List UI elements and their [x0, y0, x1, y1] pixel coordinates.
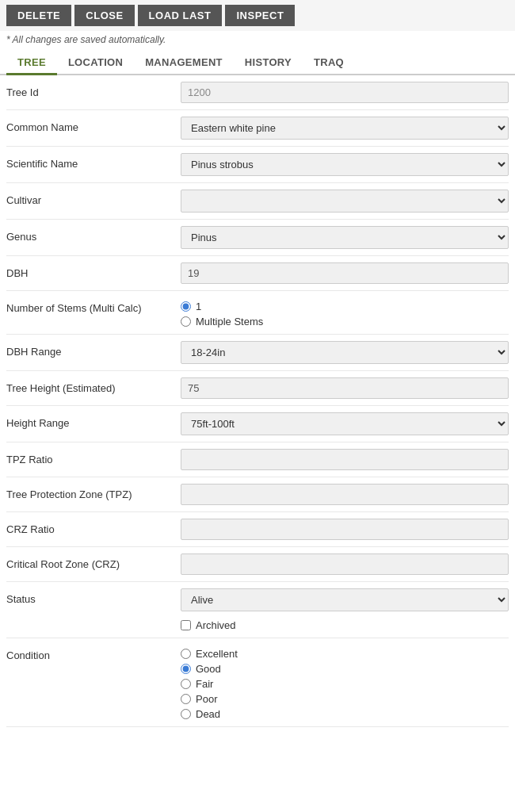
tree-height-control [181, 377, 509, 399]
tree-id-control [181, 82, 509, 103]
condition-excellent-radio[interactable] [181, 649, 191, 659]
scientific-name-label: Scientific Name [6, 153, 181, 170]
common-name-label: Common Name [6, 117, 181, 133]
dbh-range-row: DBH Range 18-24in 0-3in 3-6in 6-12in 12-… [6, 335, 509, 371]
dbh-range-control: 18-24in 0-3in 3-6in 6-12in 12-18in 24-30… [181, 341, 509, 364]
condition-dead-item[interactable]: Dead [181, 708, 509, 720]
tab-management[interactable]: MANAGEMENT [134, 50, 234, 75]
condition-excellent-label: Excellent [196, 648, 238, 660]
stems-1-radio[interactable] [181, 301, 191, 312]
num-stems-control: 1 Multiple Stems [181, 297, 509, 327]
condition-label: Condition [6, 645, 181, 661]
status-label: Status [6, 588, 181, 605]
tpz-row: Tree Protection Zone (TPZ) [6, 477, 509, 512]
genus-row: Genus Pinus Quercus Acer [6, 220, 509, 256]
tree-id-label: Tree Id [6, 82, 181, 98]
tpz-label: Tree Protection Zone (TPZ) [6, 484, 181, 500]
tpz-input[interactable] [181, 484, 509, 505]
tree-id-input[interactable] [181, 82, 509, 103]
num-stems-label: Number of Stems (Multi Calc) [6, 297, 181, 314]
condition-excellent-item[interactable]: Excellent [181, 648, 509, 660]
toolbar: DELETE CLOSE LOAD LAST INSPECT [0, 0, 515, 31]
autosave-note: * All changes are saved automatically. [0, 31, 515, 47]
tpz-ratio-input[interactable] [181, 449, 509, 470]
form-area: Tree Id Common Name Eastern white pine R… [0, 75, 515, 727]
tab-history[interactable]: HISTORY [234, 50, 303, 75]
height-range-control: 75ft-100ft 0-15ft 15-25ft 25-50ft 50-75f… [181, 412, 509, 435]
tree-id-row: Tree Id [6, 75, 509, 110]
common-name-row: Common Name Eastern white pine Red pine … [6, 110, 509, 147]
dbh-input[interactable] [181, 262, 509, 284]
tab-traq[interactable]: TRAQ [303, 50, 355, 75]
scientific-name-control: Pinus strobus Pinus resinosa Quercus alb… [181, 153, 509, 176]
dbh-control [181, 262, 509, 284]
condition-row: Condition Excellent Good Fair Poor [6, 638, 509, 727]
condition-dead-label: Dead [196, 708, 220, 720]
tree-height-input[interactable] [181, 377, 509, 399]
condition-dead-radio[interactable] [181, 709, 191, 719]
crz-label: Critical Root Zone (CRZ) [6, 553, 181, 570]
crz-control [181, 553, 509, 575]
archived-item[interactable]: Archived [181, 616, 509, 631]
height-range-row: Height Range 75ft-100ft 0-15ft 15-25ft 2… [6, 406, 509, 442]
archived-label: Archived [196, 619, 236, 631]
dbh-label: DBH [6, 262, 181, 279]
delete-button[interactable]: DELETE [6, 5, 71, 26]
stems-multiple-radio[interactable] [181, 316, 191, 327]
condition-fair-label: Fair [196, 678, 213, 690]
dbh-row: DBH [6, 256, 509, 291]
crz-ratio-input[interactable] [181, 519, 509, 540]
condition-poor-radio[interactable] [181, 694, 191, 704]
status-select[interactable]: Alive Dead Removed Stump [181, 588, 509, 611]
load-last-button[interactable]: LOAD LAST [138, 5, 223, 26]
stems-1-item[interactable]: 1 [181, 301, 509, 312]
tab-tree[interactable]: TREE [6, 50, 57, 75]
condition-radio-group: Excellent Good Fair Poor Dead [181, 645, 509, 720]
height-range-label: Height Range [6, 412, 181, 429]
condition-good-item[interactable]: Good [181, 663, 509, 675]
dbh-range-select[interactable]: 18-24in 0-3in 3-6in 6-12in 12-18in 24-30… [181, 341, 509, 364]
tpz-ratio-control [181, 449, 509, 470]
status-row: Status Alive Dead Removed Stump Archived [6, 582, 509, 638]
stems-multiple-label: Multiple Stems [196, 316, 263, 327]
condition-fair-item[interactable]: Fair [181, 678, 509, 690]
cultivar-control: Option 1 [181, 190, 509, 213]
condition-fair-radio[interactable] [181, 679, 191, 689]
crz-ratio-control [181, 519, 509, 540]
inspect-button[interactable]: INSPECT [225, 5, 295, 26]
cultivar-row: Cultivar Option 1 [6, 183, 509, 220]
condition-poor-label: Poor [196, 693, 217, 705]
genus-control: Pinus Quercus Acer [181, 226, 509, 249]
crz-ratio-row: CRZ Ratio [6, 512, 509, 547]
stems-multiple-item[interactable]: Multiple Stems [181, 316, 509, 327]
cultivar-label: Cultivar [6, 190, 181, 206]
tree-height-label: Tree Height (Estimated) [6, 377, 181, 394]
scientific-name-row: Scientific Name Pinus strobus Pinus resi… [6, 147, 509, 183]
close-button[interactable]: CLOSE [74, 5, 134, 26]
cultivar-select[interactable]: Option 1 [181, 190, 509, 213]
tree-height-row: Tree Height (Estimated) [6, 371, 509, 406]
common-name-control: Eastern white pine Red pine White oak Su… [181, 117, 509, 140]
status-control: Alive Dead Removed Stump Archived [181, 588, 509, 631]
common-name-select[interactable]: Eastern white pine Red pine White oak Su… [181, 117, 509, 140]
tab-bar: TREE LOCATION MANAGEMENT HISTORY TRAQ [0, 50, 515, 75]
genus-label: Genus [6, 226, 181, 243]
crz-row: Critical Root Zone (CRZ) [6, 547, 509, 582]
crz-input[interactable] [181, 553, 509, 575]
condition-poor-item[interactable]: Poor [181, 693, 509, 705]
stems-1-label: 1 [196, 301, 201, 312]
tpz-control [181, 484, 509, 505]
scientific-name-select[interactable]: Pinus strobus Pinus resinosa Quercus alb… [181, 153, 509, 176]
height-range-select[interactable]: 75ft-100ft 0-15ft 15-25ft 25-50ft 50-75f… [181, 412, 509, 435]
dbh-range-label: DBH Range [6, 341, 181, 358]
condition-control: Excellent Good Fair Poor Dead [181, 645, 509, 720]
condition-good-radio[interactable] [181, 664, 191, 674]
tpz-ratio-row: TPZ Ratio [6, 442, 509, 477]
num-stems-radio-group: 1 Multiple Stems [181, 297, 509, 327]
tab-location[interactable]: LOCATION [57, 50, 134, 75]
archived-checkbox[interactable] [181, 620, 191, 630]
num-stems-row: Number of Stems (Multi Calc) 1 Multiple … [6, 291, 509, 335]
condition-good-label: Good [196, 663, 221, 675]
tpz-ratio-label: TPZ Ratio [6, 449, 181, 465]
genus-select[interactable]: Pinus Quercus Acer [181, 226, 509, 249]
